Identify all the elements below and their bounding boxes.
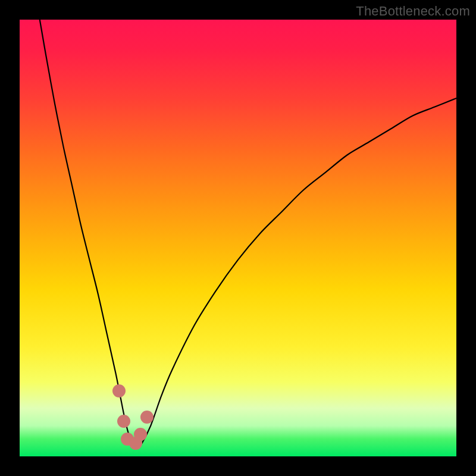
chart-container: TheBottleneck.com bbox=[0, 0, 476, 476]
attribution-label: TheBottleneck.com bbox=[356, 4, 470, 19]
curve-svg bbox=[20, 20, 456, 456]
curve-marker bbox=[112, 384, 126, 397]
bottleneck-curve-path bbox=[40, 20, 456, 447]
curve-marker bbox=[140, 411, 154, 424]
plot-area bbox=[20, 20, 456, 456]
curve-marker bbox=[117, 415, 130, 428]
curve-marker bbox=[134, 428, 147, 441]
